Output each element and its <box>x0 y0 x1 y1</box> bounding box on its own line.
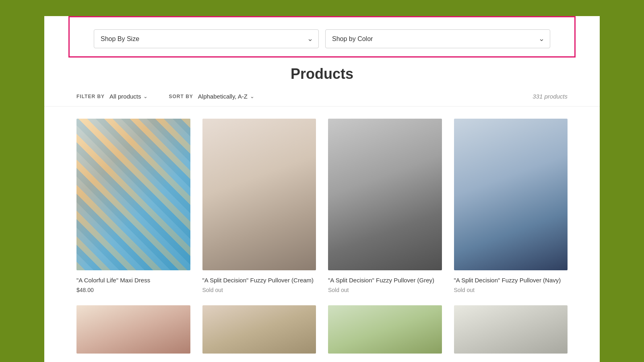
product-price: $48.00 <box>76 287 190 293</box>
products-count: 331 products <box>533 93 568 100</box>
shop-by-color-select[interactable]: Shop by Color Red Blue Green Black White… <box>325 29 550 48</box>
filter-value: All products <box>109 93 141 100</box>
filter-left: FILTER BY All products ⌄ SORT BY Alphabe… <box>76 93 254 100</box>
chevron-down-icon: ⌄ <box>143 93 148 99</box>
product-card[interactable]: "A Split Decision" Fuzzy Pullover (Cream… <box>202 119 316 293</box>
product-image <box>454 119 568 270</box>
sold-out-badge: Sold out <box>454 287 568 293</box>
product-image-partial <box>328 305 442 354</box>
product-name: "A Colorful Life" Maxi Dress <box>76 276 190 284</box>
main-container: Shop By Size XS S M L XL XXL Shop by Col… <box>44 16 600 362</box>
product-name: "A Split Decision" Fuzzy Pullover (Cream… <box>202 276 316 284</box>
product-image-partial <box>76 305 190 354</box>
page-title: Products <box>68 58 576 86</box>
sort-section: SORT BY Alphabetically, A-Z ⌄ <box>169 93 254 100</box>
shop-by-size-wrapper: Shop By Size XS S M L XL XXL <box>94 29 319 48</box>
product-card[interactable]: "A Split Decision" Fuzzy Pullover (Navy)… <box>454 119 568 293</box>
product-image-partial <box>202 305 316 354</box>
shop-by-size-select[interactable]: Shop By Size XS S M L XL XXL <box>94 29 319 48</box>
filter-by-label: FILTER BY <box>76 94 105 99</box>
sort-chevron-icon: ⌄ <box>250 93 254 99</box>
partial-product-row <box>44 305 600 362</box>
sort-filter-row: FILTER BY All products ⌄ SORT BY Alphabe… <box>44 86 600 107</box>
product-image <box>202 119 316 270</box>
sort-value: Alphabetically, A-Z <box>198 93 248 100</box>
product-card[interactable]: "A Colorful Life" Maxi Dress $48.00 <box>76 119 190 293</box>
product-name: "A Split Decision" Fuzzy Pullover (Navy) <box>454 276 568 284</box>
product-image-partial <box>454 305 568 354</box>
filter-by-dropdown[interactable]: All products ⌄ <box>109 93 148 100</box>
sort-by-dropdown[interactable]: Alphabetically, A-Z ⌄ <box>198 93 254 100</box>
product-name: "A Split Decision" Fuzzy Pullover (Grey) <box>328 276 442 284</box>
sold-out-badge: Sold out <box>328 287 442 293</box>
product-image <box>76 119 190 270</box>
sort-by-label: SORT BY <box>169 94 193 99</box>
product-image <box>328 119 442 270</box>
sold-out-badge: Sold out <box>202 287 316 293</box>
product-grid: "A Colorful Life" Maxi Dress $48.00 "A S… <box>44 111 600 305</box>
shop-by-color-wrapper: Shop by Color Red Blue Green Black White… <box>325 29 550 48</box>
product-card[interactable]: "A Split Decision" Fuzzy Pullover (Grey)… <box>328 119 442 293</box>
filter-bar: Shop By Size XS S M L XL XXL Shop by Col… <box>68 16 576 58</box>
